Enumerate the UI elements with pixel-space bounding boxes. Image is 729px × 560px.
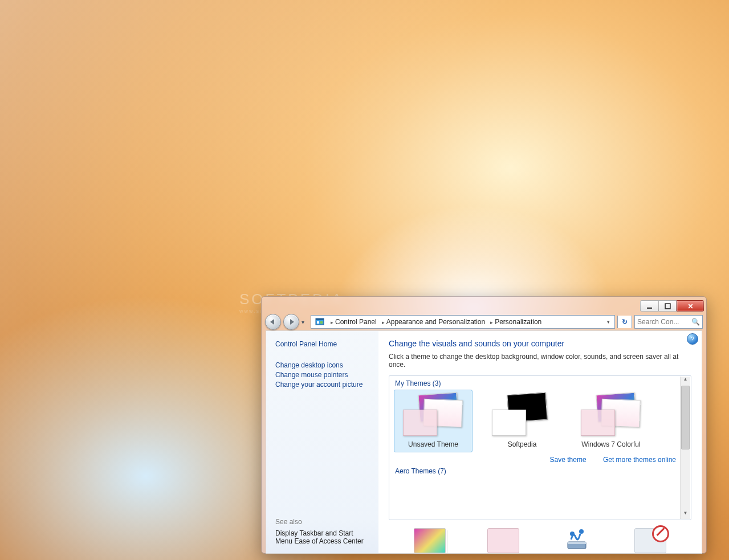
window-color-icon — [487, 528, 519, 553]
navigation-bar: ▾ ▸Control Panel ▸Appearance and Persona… — [262, 313, 706, 330]
svg-rect-4 — [317, 321, 319, 324]
see-also-ease-of-access[interactable]: Ease of Access Center — [294, 537, 363, 545]
help-button[interactable]: ? — [687, 333, 698, 345]
svg-rect-5 — [320, 321, 323, 324]
nav-history-dropdown[interactable]: ▾ — [302, 319, 308, 325]
scroll-thumb[interactable] — [681, 386, 690, 449]
see-also-header: See also — [275, 518, 369, 526]
sounds-icon — [561, 528, 592, 552]
address-dropdown[interactable]: ▾ — [605, 318, 612, 326]
content-area: ? Change the visuals and sounds on your … — [378, 331, 702, 553]
get-more-themes-link[interactable]: Get more themes online — [603, 456, 676, 464]
screen-saver-icon — [634, 528, 666, 553]
svg-rect-7 — [568, 542, 586, 544]
theme-item-unsaved[interactable]: Unsaved Theme — [394, 390, 473, 452]
task-change-account-picture[interactable]: Change your account picture — [275, 381, 369, 389]
scroll-up-icon[interactable]: ▲ — [681, 377, 690, 385]
search-placeholder: Search Con... — [637, 318, 679, 326]
svg-rect-3 — [316, 318, 324, 320]
maximize-button[interactable] — [658, 300, 677, 312]
back-button[interactable] — [265, 314, 281, 330]
sidebar: Control Panel Home Change desktop icons … — [266, 331, 378, 553]
breadcrumb-segment[interactable]: ▸Personalization — [487, 318, 543, 326]
svg-point-9 — [579, 529, 584, 534]
task-change-mouse-pointers[interactable]: Change mouse pointers — [275, 371, 369, 379]
aero-themes-header: Aero Themes (7) — [395, 467, 686, 475]
scrollbar[interactable]: ▲ ▼ — [680, 377, 690, 519]
title-bar[interactable] — [262, 297, 706, 313]
window-color-item[interactable]: Window Color Blush — [467, 528, 540, 553]
breadcrumb-segment[interactable]: ▸Appearance and Personalization — [378, 318, 487, 326]
theme-item-softpedia[interactable]: Softpedia — [483, 390, 561, 452]
address-bar[interactable]: ▸Control Panel ▸Appearance and Personali… — [311, 315, 615, 329]
task-change-desktop-icons[interactable]: Change desktop icons — [275, 361, 369, 369]
personalization-window: ▾ ▸Control Panel ▸Appearance and Persona… — [261, 296, 707, 554]
my-themes-header: My Themes (3) — [395, 379, 686, 387]
sounds-item[interactable]: Sounds Windows Default — [540, 528, 613, 553]
theme-item-colorful[interactable]: Windows 7 Colorful — [572, 390, 650, 452]
forward-button[interactable] — [283, 314, 299, 330]
svg-rect-1 — [665, 304, 670, 309]
control-panel-home-link[interactable]: Control Panel Home — [275, 340, 369, 348]
close-button[interactable] — [677, 300, 704, 312]
desktop-background-icon — [414, 528, 446, 553]
control-panel-icon — [315, 317, 325, 326]
save-theme-link[interactable]: Save theme — [550, 456, 587, 464]
refresh-button[interactable]: ↻ — [617, 316, 632, 328]
see-also-display[interactable]: Display — [275, 529, 298, 537]
themes-panel: My Themes (3) Unsaved Theme Softpedia Wi… — [389, 375, 691, 520]
desktop-background-item[interactable]: Desktop Background Slide Show — [393, 528, 466, 553]
page-title: Change the visuals and sounds on your co… — [389, 339, 691, 348]
svg-point-8 — [570, 532, 575, 536]
page-description: Click a theme to change the desktop back… — [389, 353, 691, 369]
search-box[interactable]: Search Con... 🔍 — [634, 315, 703, 329]
search-icon: 🔍 — [691, 318, 700, 326]
svg-rect-0 — [647, 307, 652, 308]
scroll-down-icon[interactable]: ▼ — [681, 510, 690, 519]
minimize-button[interactable] — [640, 300, 658, 312]
screen-saver-item[interactable]: Screen Saver None — [614, 528, 687, 553]
breadcrumb-segment[interactable]: ▸Control Panel — [327, 318, 378, 326]
